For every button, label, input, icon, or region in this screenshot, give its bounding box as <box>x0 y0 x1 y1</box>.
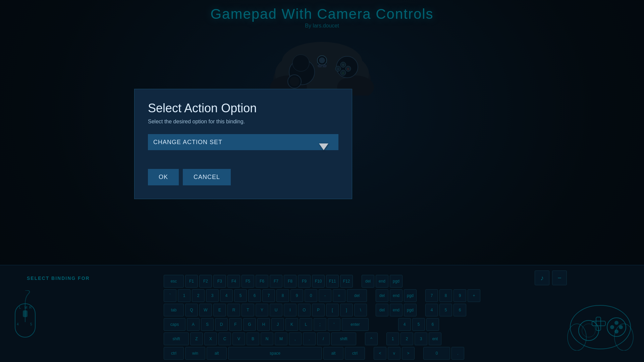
cancel-button[interactable]: CANCEL <box>183 169 231 185</box>
action-dropdown[interactable]: CHANGE ACTION SET <box>148 134 338 150</box>
modal-title: Select Action Option <box>148 101 338 115</box>
modal-description: Select the desired option for this bindi… <box>148 119 338 125</box>
action-dropdown-wrapper[interactable]: CHANGE ACTION SET <box>148 134 338 160</box>
modal-buttons: OK CANCEL <box>148 169 338 185</box>
dropdown-cursor-icon <box>319 143 328 150</box>
ok-button[interactable]: OK <box>148 169 179 185</box>
select-action-dialog: Select Action Option Select the desired … <box>134 89 352 199</box>
